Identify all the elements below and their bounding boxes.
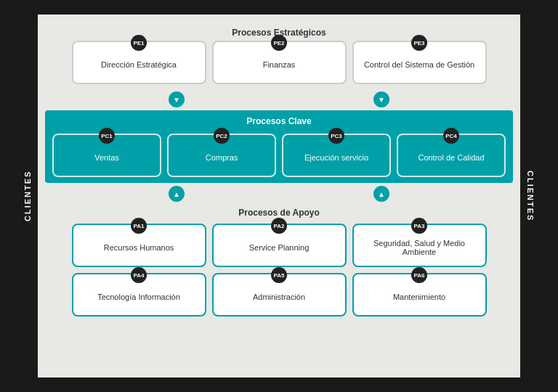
left-side-label: CLIENTES xyxy=(17,15,38,377)
pa2-badge: PA2 xyxy=(271,218,287,234)
pc4-label: Control de Calidad xyxy=(418,153,484,162)
pc3-card[interactable]: PC3 Ejecución servicio xyxy=(282,134,391,177)
pc4-badge: PC4 xyxy=(443,128,459,144)
pa4-label: Tecnología Información xyxy=(97,293,180,301)
pa3-label: Seguridad, Salud y Medio Ambiente xyxy=(360,239,480,256)
pc4-card[interactable]: PC4 Control de Calidad xyxy=(397,134,506,177)
key-section: Procesos Clave PC1 Ventas PC2 Compras PC… xyxy=(45,110,513,183)
pe2-badge: PE2 xyxy=(271,35,287,51)
pa6-badge: PA6 xyxy=(411,267,427,283)
pa6-card[interactable]: PA6 Mantenimiento xyxy=(352,273,487,317)
arrow-up-right: ▲ xyxy=(373,186,389,202)
support-row2: PA4 Tecnología Información PA5 Administr… xyxy=(45,273,513,317)
strategic-cards-row: PE1 Dirección Estratégica PE2 Finanzas P… xyxy=(45,41,513,84)
pa5-label: Administración xyxy=(253,293,305,301)
pa3-badge: PA3 xyxy=(411,218,427,234)
pc1-badge: PC1 xyxy=(99,128,115,144)
pc1-card[interactable]: PC1 Ventas xyxy=(52,134,161,177)
pe1-card[interactable]: PE1 Dirección Estratégica xyxy=(72,41,206,84)
pa1-label: Recursos Humanos xyxy=(104,243,174,252)
pa1-card[interactable]: PA1 Recursos Humanos xyxy=(72,224,206,267)
pe3-card[interactable]: PE3 Control del Sistema de Gestión xyxy=(352,41,487,84)
pc3-badge: PC3 xyxy=(328,128,344,144)
pc2-badge: PC2 xyxy=(214,128,230,144)
pc2-card[interactable]: PC2 Compras xyxy=(167,134,276,177)
pa5-badge: PA5 xyxy=(271,267,287,283)
pc3-label: Ejecución servicio xyxy=(304,153,368,162)
pa1-badge: PA1 xyxy=(131,218,147,234)
pe3-badge: PE3 xyxy=(411,35,427,51)
pa2-label: Service Planning xyxy=(249,243,310,252)
pe1-badge: PE1 xyxy=(131,35,147,51)
main-diagram: CLIENTES Procesos Estratégicos PE1 Direc… xyxy=(17,15,541,377)
up-connector: ▲ ▲ xyxy=(45,189,513,199)
support-section: Procesos de Apoyo PA1 Recursos Humanos P… xyxy=(45,205,513,324)
support-row1: PA1 Recursos Humanos PA2 Service Plannin… xyxy=(45,224,513,267)
down-connector: ▼ ▼ xyxy=(45,94,513,105)
pa6-label: Mantenimiento xyxy=(393,293,445,301)
pa5-card[interactable]: PA5 Administración xyxy=(212,273,347,317)
content-area: Procesos Estratégicos PE1 Dirección Estr… xyxy=(38,15,520,377)
pe3-label: Control del Sistema de Gestión xyxy=(364,60,474,69)
pe2-card[interactable]: PE2 Finanzas xyxy=(212,41,347,84)
strategic-section: Procesos Estratégicos PE1 Dirección Estr… xyxy=(45,23,513,89)
arrow-down-right: ▼ xyxy=(373,91,389,107)
arrow-down-left: ▼ xyxy=(169,91,185,107)
pe1-label: Dirección Estratégica xyxy=(101,60,177,69)
right-side-label: CLIENTES xyxy=(520,15,541,377)
pc2-label: Compras xyxy=(206,153,238,162)
pa3-card[interactable]: PA3 Seguridad, Salud y Medio Ambiente xyxy=(352,224,487,267)
pa4-card[interactable]: PA4 Tecnología Información xyxy=(72,273,206,317)
pc1-label: Ventas xyxy=(94,153,119,162)
key-cards-row: PC1 Ventas PC2 Compras PC3 Ejecución ser… xyxy=(52,134,506,177)
key-title: Procesos Clave xyxy=(52,116,506,126)
arrow-up-left: ▲ xyxy=(169,186,185,202)
pa2-card[interactable]: PA2 Service Planning xyxy=(212,224,347,267)
pa4-badge: PA4 xyxy=(131,267,147,283)
support-title: Procesos de Apoyo xyxy=(45,208,513,218)
pe2-label: Finanzas xyxy=(263,60,296,69)
